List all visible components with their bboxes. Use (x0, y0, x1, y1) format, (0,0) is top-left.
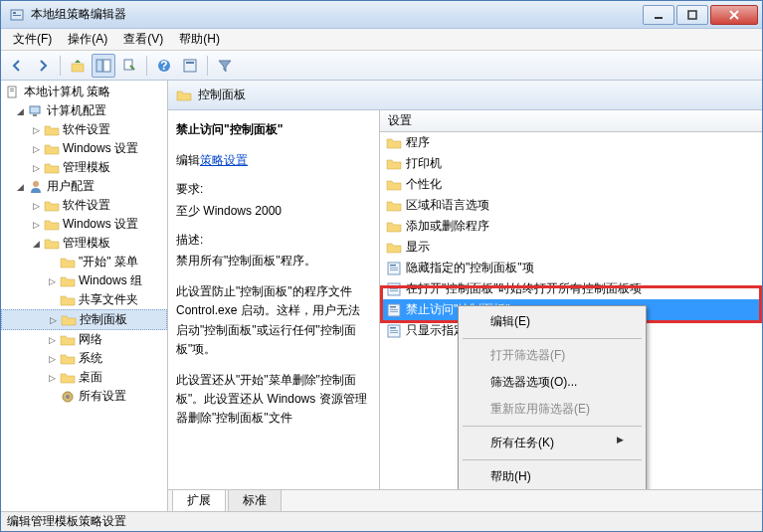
collapse-icon[interactable]: ◢ (15, 105, 26, 116)
menu-action[interactable]: 操作(A) (60, 29, 115, 50)
svg-rect-30 (390, 306, 396, 308)
folder-icon (60, 255, 76, 270)
settings-list-pane: 设置 程序打印机个性化区域和语言选项添加或删除程序显示隐藏指定的"控制面板"项在… (379, 110, 762, 489)
tree-label: 管理模板 (63, 235, 110, 252)
tree-desktop[interactable]: ▷ 桌面 (1, 368, 167, 387)
expand-icon[interactable]: ▷ (31, 162, 42, 173)
list-item[interactable]: 隐藏指定的"控制面板"项 (380, 258, 762, 278)
tree-admin-templates[interactable]: ◢ 管理模板 (1, 234, 167, 253)
content-header-title: 控制面板 (198, 87, 246, 103)
tree-start-menu[interactable]: "开始" 菜单 (1, 253, 167, 271)
svg-rect-14 (10, 89, 14, 89)
list-item-label: 显示 (406, 239, 430, 256)
context-edit[interactable]: 编辑(E) (461, 308, 644, 335)
tree-label: 桌面 (79, 369, 102, 386)
tab-standard[interactable]: 标准 (228, 489, 282, 511)
collapse-icon[interactable]: ◢ (31, 238, 42, 249)
expand-icon[interactable]: ▷ (31, 124, 42, 135)
tree-all-settings[interactable]: 所有设置 (1, 387, 167, 406)
expand-icon[interactable]: ▷ (47, 353, 58, 364)
maximize-button[interactable] (676, 5, 708, 25)
context-reapply-filter[interactable]: 重新应用筛选器(E) (461, 396, 644, 423)
menu-help[interactable]: 帮助(H) (171, 29, 228, 50)
context-menu: 编辑(E) 打开筛选器(F) 筛选器选项(O)... 重新应用筛选器(E) 所有… (458, 305, 647, 489)
forward-button[interactable] (31, 54, 55, 78)
list-item-label: 打印机 (406, 155, 442, 172)
tree-shared-folders[interactable]: 共享文件夹 (1, 290, 167, 309)
statusbar-text: 编辑管理模板策略设置 (7, 513, 126, 530)
up-button[interactable] (66, 54, 90, 78)
menu-view[interactable]: 查看(V) (115, 29, 171, 50)
tree-admin-templates[interactable]: ▷ 管理模板 (1, 158, 167, 177)
edit-policy-link[interactable]: 策略设置 (200, 153, 248, 167)
content-header: 控制面板 (168, 81, 762, 110)
tree-root[interactable]: 本地计算机 策略 (1, 83, 167, 101)
folder-icon (176, 88, 192, 103)
menu-separator (463, 459, 642, 460)
properties-button[interactable] (178, 54, 202, 78)
svg-rect-11 (184, 60, 196, 72)
requirements-label: 要求: (176, 180, 371, 199)
list-item[interactable]: 添加或删除程序 (380, 216, 762, 237)
expand-icon[interactable]: ▷ (31, 219, 42, 230)
folder-icon (44, 141, 60, 157)
expand-icon[interactable]: ▷ (31, 143, 42, 154)
list-item[interactable]: 区域和语言选项 (380, 195, 762, 216)
setting-icon (386, 302, 402, 318)
tree-windows-settings[interactable]: ▷ Windows 设置 (1, 215, 167, 234)
minimize-button[interactable] (643, 5, 674, 25)
toolbar-separator (146, 56, 147, 76)
list-item[interactable]: 个性化 (380, 174, 762, 195)
context-filter-options[interactable]: 筛选器选项(O)... (461, 369, 644, 396)
context-help[interactable]: 帮助(H) (461, 463, 644, 489)
tree-windows-settings[interactable]: ▷ Windows 设置 (1, 139, 167, 158)
tree-user-config[interactable]: ◢ 用户配置 (1, 177, 167, 196)
back-button[interactable] (5, 54, 29, 78)
close-button[interactable] (710, 5, 758, 25)
svg-rect-12 (186, 62, 194, 64)
tree-label: 系统 (79, 350, 102, 367)
help-button[interactable]: ? (152, 54, 176, 78)
tree-software-settings[interactable]: ▷ 软件设置 (1, 196, 167, 215)
collapse-icon[interactable]: ◢ (15, 181, 26, 192)
export-button[interactable] (117, 54, 141, 78)
tree-software-settings[interactable]: ▷ 软件设置 (1, 120, 167, 139)
list-column-header[interactable]: 设置 (380, 110, 762, 132)
svg-rect-32 (390, 311, 398, 312)
tree-windows-components[interactable]: ▷ Windows 组 (1, 271, 167, 290)
list-item[interactable]: 在打开"控制面板"时始终打开所有控制面板项 (380, 278, 762, 299)
list-item[interactable]: 程序 (380, 132, 762, 153)
filter-button[interactable] (213, 54, 237, 78)
svg-rect-36 (390, 332, 398, 333)
context-open-filter[interactable]: 打开筛选器(F) (461, 342, 644, 369)
tree-system[interactable]: ▷ 系统 (1, 349, 167, 368)
menu-file[interactable]: 文件(F) (5, 29, 60, 50)
svg-rect-28 (390, 290, 398, 291)
tree-control-panel[interactable]: ▷ 控制面板 (1, 309, 167, 330)
expand-icon[interactable]: ▷ (31, 200, 42, 211)
list-item[interactable]: 打印机 (380, 153, 762, 174)
description-pane: 禁止访问"控制面板" 编辑策略设置 要求: 至少 Windows 2000 描述… (168, 110, 379, 489)
folder-icon (386, 198, 402, 214)
tree-network[interactable]: ▷ 网络 (1, 330, 167, 349)
list-item-label: 区域和语言选项 (406, 197, 489, 214)
tree-pane[interactable]: 本地计算机 策略 ◢ 计算机配置 ▷ 软件设置 ▷ Windows 设置 ▷ 管… (1, 81, 168, 511)
tree-computer-config[interactable]: ◢ 计算机配置 (1, 101, 167, 120)
expand-icon[interactable]: ▷ (48, 314, 59, 325)
folder-icon (386, 240, 402, 256)
context-all-tasks[interactable]: 所有任务(K)▶ (461, 430, 644, 456)
svg-rect-13 (8, 87, 16, 97)
tab-extended[interactable]: 扩展 (172, 489, 226, 511)
expand-icon[interactable]: ▷ (47, 334, 58, 345)
expand-icon[interactable]: ▷ (47, 275, 58, 286)
folder-icon (60, 273, 76, 289)
main-window: 本地组策略编辑器 文件(F) 操作(A) 查看(V) 帮助(H) ? 本地计算机… (0, 0, 763, 532)
expand-icon[interactable]: ▷ (47, 372, 58, 383)
svg-rect-5 (72, 64, 84, 72)
list-item[interactable]: 显示 (380, 237, 762, 258)
menu-separator (463, 338, 642, 339)
show-hide-tree-button[interactable] (92, 54, 115, 78)
tree-label: Windows 组 (79, 272, 142, 289)
tree-label: 管理模板 (63, 159, 110, 176)
svg-rect-17 (33, 114, 37, 116)
